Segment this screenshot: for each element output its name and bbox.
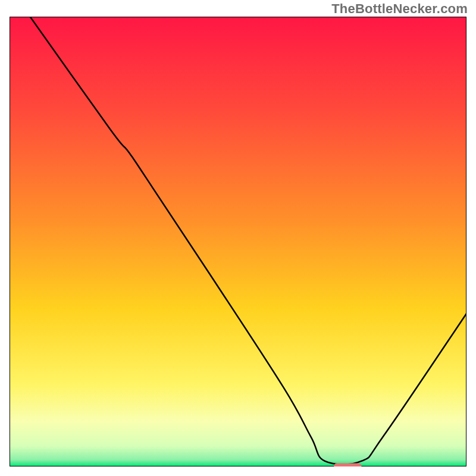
bottleneck-chart [10, 17, 466, 466]
chart-wrap: TheBottleNecker.com [0, 0, 476, 476]
optimal-marker [334, 463, 361, 466]
watermark-text: TheBottleNecker.com [331, 1, 468, 17]
